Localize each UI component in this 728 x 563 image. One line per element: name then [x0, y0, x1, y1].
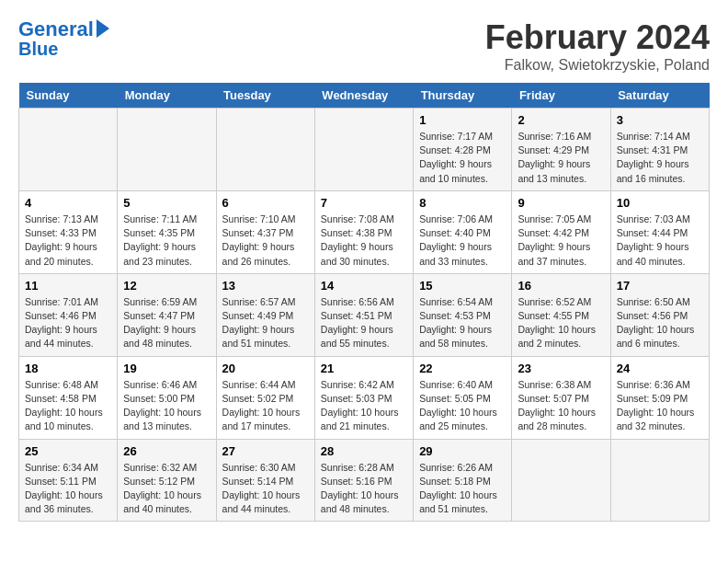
calendar-cell: 22Sunrise: 6:40 AM Sunset: 5:05 PM Dayli…	[414, 356, 512, 439]
day-info: Sunrise: 6:40 AM Sunset: 5:05 PM Dayligh…	[419, 378, 506, 434]
weekday-header-saturday: Saturday	[610, 83, 709, 109]
calendar-cell: 19Sunrise: 6:46 AM Sunset: 5:00 PM Dayli…	[118, 356, 216, 439]
weekday-header-sunday: Sunday	[19, 83, 118, 109]
day-info: Sunrise: 6:32 AM Sunset: 5:12 PM Dayligh…	[123, 461, 210, 517]
day-info: Sunrise: 6:46 AM Sunset: 5:00 PM Dayligh…	[123, 378, 210, 434]
day-info: Sunrise: 7:03 AM Sunset: 4:44 PM Dayligh…	[617, 213, 703, 269]
day-info: Sunrise: 7:05 AM Sunset: 4:42 PM Dayligh…	[518, 213, 604, 269]
day-number: 16	[518, 279, 604, 293]
logo-text: General	[18, 18, 94, 40]
weekday-header-friday: Friday	[512, 83, 610, 109]
day-number: 17	[617, 279, 703, 293]
calendar-cell: 18Sunrise: 6:48 AM Sunset: 4:58 PM Dayli…	[19, 356, 118, 439]
day-info: Sunrise: 6:50 AM Sunset: 4:56 PM Dayligh…	[617, 295, 703, 351]
day-info: Sunrise: 6:30 AM Sunset: 5:14 PM Dayligh…	[222, 461, 309, 517]
day-number: 19	[123, 362, 210, 375]
calendar-cell: 23Sunrise: 6:38 AM Sunset: 5:07 PM Dayli…	[512, 356, 610, 439]
day-info: Sunrise: 6:56 AM Sunset: 4:51 PM Dayligh…	[321, 295, 407, 351]
day-info: Sunrise: 6:34 AM Sunset: 5:11 PM Dayligh…	[25, 461, 111, 517]
calendar-cell: 28Sunrise: 6:28 AM Sunset: 5:16 PM Dayli…	[314, 439, 413, 522]
calendar-header: SundayMondayTuesdayWednesdayThursdayFrid…	[19, 83, 710, 109]
calendar-week-row: 18Sunrise: 6:48 AM Sunset: 4:58 PM Dayli…	[19, 356, 710, 439]
calendar-cell: 25Sunrise: 6:34 AM Sunset: 5:11 PM Dayli…	[19, 439, 118, 522]
day-number: 21	[321, 362, 407, 375]
day-info: Sunrise: 7:01 AM Sunset: 4:46 PM Dayligh…	[25, 295, 111, 351]
day-info: Sunrise: 7:13 AM Sunset: 4:33 PM Dayligh…	[25, 213, 111, 269]
day-number: 7	[321, 196, 407, 210]
day-number: 18	[25, 362, 111, 375]
calendar-cell: 7Sunrise: 7:08 AM Sunset: 4:38 PM Daylig…	[314, 190, 413, 273]
day-info: Sunrise: 6:57 AM Sunset: 4:49 PM Dayligh…	[222, 295, 309, 351]
day-info: Sunrise: 6:42 AM Sunset: 5:03 PM Dayligh…	[321, 378, 407, 434]
calendar-cell: 21Sunrise: 6:42 AM Sunset: 5:03 PM Dayli…	[314, 356, 413, 439]
day-number: 5	[123, 196, 210, 210]
calendar-week-row: 11Sunrise: 7:01 AM Sunset: 4:46 PM Dayli…	[19, 273, 710, 356]
weekday-header-wednesday: Wednesday	[314, 83, 413, 109]
calendar-cell: 12Sunrise: 6:59 AM Sunset: 4:47 PM Dayli…	[118, 273, 216, 356]
day-number: 14	[321, 279, 407, 293]
day-number: 26	[123, 444, 210, 458]
day-info: Sunrise: 7:08 AM Sunset: 4:38 PM Dayligh…	[321, 213, 407, 269]
weekday-header-row: SundayMondayTuesdayWednesdayThursdayFrid…	[19, 83, 710, 109]
logo-arrow-icon	[97, 19, 109, 38]
day-number: 6	[222, 196, 309, 210]
calendar-cell	[512, 439, 610, 522]
title-section: February 2024 Falkow, Swietokrzyskie, Po…	[485, 18, 710, 74]
day-number: 20	[222, 362, 309, 375]
day-info: Sunrise: 6:54 AM Sunset: 4:53 PM Dayligh…	[419, 295, 506, 351]
day-info: Sunrise: 6:38 AM Sunset: 5:07 PM Dayligh…	[518, 378, 604, 434]
day-number: 4	[25, 196, 111, 210]
day-number: 3	[617, 113, 703, 127]
day-number: 9	[518, 196, 604, 210]
day-number: 23	[518, 362, 604, 375]
calendar-title: February 2024	[485, 18, 710, 57]
calendar-cell: 4Sunrise: 7:13 AM Sunset: 4:33 PM Daylig…	[19, 190, 118, 273]
page-header: General Blue February 2024 Falkow, Swiet…	[18, 18, 710, 74]
day-info: Sunrise: 7:11 AM Sunset: 4:35 PM Dayligh…	[123, 213, 210, 269]
day-info: Sunrise: 7:17 AM Sunset: 4:28 PM Dayligh…	[419, 130, 506, 186]
day-number: 24	[617, 362, 703, 375]
day-number: 2	[518, 113, 604, 127]
day-number: 15	[419, 279, 506, 293]
calendar-cell: 6Sunrise: 7:10 AM Sunset: 4:37 PM Daylig…	[216, 190, 314, 273]
calendar-cell: 13Sunrise: 6:57 AM Sunset: 4:49 PM Dayli…	[216, 273, 314, 356]
day-number: 12	[123, 279, 210, 293]
calendar-cell	[118, 109, 216, 191]
calendar-table: SundayMondayTuesdayWednesdayThursdayFrid…	[18, 83, 710, 522]
day-number: 25	[25, 444, 111, 458]
day-number: 27	[222, 444, 309, 458]
day-number: 22	[419, 362, 506, 375]
day-info: Sunrise: 6:44 AM Sunset: 5:02 PM Dayligh…	[222, 378, 309, 434]
calendar-week-row: 4Sunrise: 7:13 AM Sunset: 4:33 PM Daylig…	[19, 190, 710, 273]
day-number: 11	[25, 279, 111, 293]
calendar-cell	[216, 109, 314, 191]
calendar-week-row: 25Sunrise: 6:34 AM Sunset: 5:11 PM Dayli…	[19, 439, 710, 522]
calendar-cell: 1Sunrise: 7:17 AM Sunset: 4:28 PM Daylig…	[414, 109, 512, 191]
calendar-cell: 27Sunrise: 6:30 AM Sunset: 5:14 PM Dayli…	[216, 439, 314, 522]
logo-general: General	[18, 17, 94, 40]
day-number: 1	[419, 113, 506, 127]
calendar-cell: 20Sunrise: 6:44 AM Sunset: 5:02 PM Dayli…	[216, 356, 314, 439]
calendar-cell: 15Sunrise: 6:54 AM Sunset: 4:53 PM Dayli…	[414, 273, 512, 356]
calendar-cell: 10Sunrise: 7:03 AM Sunset: 4:44 PM Dayli…	[610, 190, 709, 273]
day-number: 28	[321, 444, 407, 458]
weekday-header-monday: Monday	[118, 83, 216, 109]
calendar-week-row: 1Sunrise: 7:17 AM Sunset: 4:28 PM Daylig…	[19, 109, 710, 191]
day-info: Sunrise: 6:59 AM Sunset: 4:47 PM Dayligh…	[123, 295, 210, 351]
day-info: Sunrise: 7:06 AM Sunset: 4:40 PM Dayligh…	[419, 213, 506, 269]
day-number: 13	[222, 279, 309, 293]
day-info: Sunrise: 7:10 AM Sunset: 4:37 PM Dayligh…	[222, 213, 309, 269]
weekday-header-tuesday: Tuesday	[216, 83, 314, 109]
calendar-cell: 11Sunrise: 7:01 AM Sunset: 4:46 PM Dayli…	[19, 273, 118, 356]
calendar-body: 1Sunrise: 7:17 AM Sunset: 4:28 PM Daylig…	[19, 109, 710, 522]
calendar-cell: 5Sunrise: 7:11 AM Sunset: 4:35 PM Daylig…	[118, 190, 216, 273]
calendar-subtitle: Falkow, Swietokrzyskie, Poland	[485, 57, 710, 74]
calendar-cell: 14Sunrise: 6:56 AM Sunset: 4:51 PM Dayli…	[314, 273, 413, 356]
calendar-cell: 29Sunrise: 6:26 AM Sunset: 5:18 PM Dayli…	[414, 439, 512, 522]
day-number: 8	[419, 196, 506, 210]
day-info: Sunrise: 6:52 AM Sunset: 4:55 PM Dayligh…	[518, 295, 604, 351]
logo: General Blue	[18, 18, 109, 59]
day-number: 29	[419, 444, 506, 458]
calendar-cell	[19, 109, 118, 191]
calendar-cell: 26Sunrise: 6:32 AM Sunset: 5:12 PM Dayli…	[118, 439, 216, 522]
